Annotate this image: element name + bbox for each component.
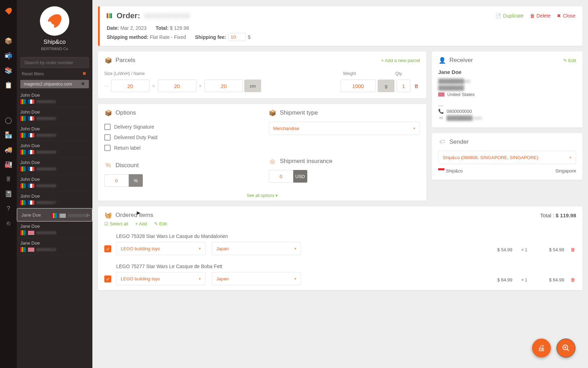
- select-all-button[interactable]: ☑ Select all: [104, 221, 128, 226]
- filter-tag-x-icon[interactable]: ✖: [80, 81, 86, 86]
- nav-inbox-icon[interactable]: 📦: [4, 37, 13, 45]
- ddp-checkbox[interactable]: Delivered Duty Paid: [104, 132, 256, 143]
- basket-icon: 🧺: [104, 211, 112, 219]
- main: Order: 0000000000 📄 Duplicate 🗑 Delete ✖…: [92, 0, 588, 368]
- order-number-masked: 0000000000: [144, 12, 190, 20]
- search-input[interactable]: [20, 57, 89, 68]
- item-checkbox[interactable]: ✓: [104, 245, 111, 252]
- discount-input[interactable]: [104, 174, 129, 187]
- chevron-down-icon: ▾: [569, 155, 572, 160]
- nav-stack-icon[interactable]: 📚: [4, 66, 13, 75]
- item-row: ✓ LEGO 75277 Star Wars Le Casque de Boba…: [98, 260, 582, 290]
- order-list-item[interactable]: John Doe00000003: [17, 124, 92, 141]
- shipment-type-select[interactable]: Merchandise▾: [269, 122, 420, 135]
- dim-w-input[interactable]: [158, 80, 196, 92]
- edit-receiver-button[interactable]: ✎ Edit: [563, 58, 576, 63]
- discount-unit[interactable]: %: [129, 174, 143, 187]
- items-card: 🧺Ordered items Total : $ 119.98 ☑ Select…: [98, 206, 582, 290]
- order-header: Order: 0000000000 📄 Duplicate 🗑 Delete ✖…: [98, 6, 582, 46]
- insurance-unit[interactable]: USD: [293, 170, 307, 183]
- chevron-down-icon: ▾: [413, 126, 415, 131]
- return-label-checkbox[interactable]: Return label: [104, 143, 256, 153]
- rate-fab[interactable]: [556, 339, 575, 357]
- nav-book-icon[interactable]: 📓: [4, 190, 13, 198]
- discount-icon: %: [104, 162, 112, 169]
- sender-card: 🏷Sender Ship&co (068808, SINGAPORE, SING…: [432, 133, 582, 180]
- see-all-options[interactable]: See all options ▾: [98, 190, 426, 201]
- qty-input[interactable]: [397, 80, 411, 92]
- sender-select[interactable]: Ship&co (068808, SINGAPORE, SINGAPORE)▾: [438, 151, 576, 164]
- order-list-item[interactable]: Jane Doe00000010: [17, 238, 92, 255]
- add-parcel-button[interactable]: + Add a new parcel: [381, 58, 420, 63]
- parcels-card: 📦Parcels + Add a new parcel Size (LxWxH)…: [98, 52, 426, 98]
- order-list-item[interactable]: John Doe00000007: [17, 191, 92, 208]
- parcel-icon: 📦: [104, 56, 112, 64]
- receiver-icon: 👤: [438, 56, 446, 64]
- item-category-select[interactable]: LEGO building toys▾: [116, 272, 205, 285]
- order-list-item[interactable]: John Doe00000001: [17, 90, 92, 107]
- brand-logo: [40, 6, 69, 36]
- nav-logout-icon[interactable]: ⎋: [4, 219, 13, 227]
- dim-unit[interactable]: cm: [244, 80, 261, 92]
- sender-icon: 🏷: [438, 138, 446, 146]
- weight-unit[interactable]: g: [378, 80, 394, 92]
- nav-orders-icon[interactable]: 📬: [4, 52, 13, 60]
- item-delete-icon[interactable]: 🗑: [569, 277, 576, 282]
- duplicate-button[interactable]: 📄 Duplicate: [495, 13, 523, 19]
- edit-items-button[interactable]: ✎ Edit: [154, 221, 167, 226]
- order-list-item[interactable]: John Doe00000005: [17, 158, 92, 175]
- options-icon: 📦: [104, 109, 112, 117]
- order-list-item[interactable]: John Doe00000004: [17, 141, 92, 158]
- sidebar: Ship&co BERTRAND Co Reset filters ✖ mage…: [17, 0, 92, 368]
- nav-user-icon[interactable]: ◯: [4, 116, 13, 124]
- order-title-label: Order:: [117, 11, 140, 20]
- options-card: 📦Options Delivery Signature Delivered Du…: [98, 104, 426, 201]
- order-list: John Doe00000001John Doe00000002John Doe…: [17, 90, 92, 255]
- receiver-card: 👤Receiver ✎ Edit Jane Doe ████████ettt █…: [432, 52, 582, 128]
- item-checkbox[interactable]: ✓: [104, 275, 111, 282]
- insurance-icon: ◎: [269, 157, 276, 165]
- nav-rail: 📦 📬 📚 📋 ◯ 🏪 🚚 🏭 🎚 📓 ? ⎋: [0, 0, 17, 368]
- dim-h-input[interactable]: [204, 80, 243, 92]
- email-icon: ✉: [438, 115, 444, 121]
- close-button[interactable]: ✖ Close: [557, 13, 575, 19]
- weight-input[interactable]: [341, 80, 376, 92]
- nav-store-icon[interactable]: 🏪: [4, 131, 13, 139]
- item-origin-select[interactable]: Japan▾: [212, 272, 301, 285]
- flag-icon: [438, 93, 444, 97]
- nav-warehouse-icon[interactable]: 🏭: [4, 160, 13, 169]
- receiver-name: Jane Doe: [438, 69, 576, 75]
- filter-tag[interactable]: magento2.shipandco.com ✖: [20, 80, 89, 88]
- brand-sub: BERTRAND Co: [20, 47, 89, 51]
- nav-help-icon[interactable]: ?: [4, 204, 13, 213]
- nav-sliders-icon[interactable]: 🎚: [4, 175, 13, 183]
- phone-icon: 📞: [438, 109, 444, 114]
- delete-button[interactable]: 🗑 Delete: [530, 13, 551, 19]
- dim-l-input[interactable]: [111, 80, 149, 92]
- order-list-item[interactable]: John Doe00000002: [17, 107, 92, 124]
- reset-filters[interactable]: Reset filters ✖: [17, 69, 92, 79]
- order-list-item[interactable]: John Doe00000006: [17, 175, 92, 191]
- delivery-signature-checkbox[interactable]: Delivery Signature: [104, 122, 256, 132]
- rocket-icon: [4, 6, 13, 17]
- item-category-select[interactable]: LEGO building toys▾: [116, 242, 205, 255]
- brand-name: Ship&co: [20, 39, 89, 46]
- print-fab[interactable]: 🖨: [532, 339, 551, 357]
- add-item-button[interactable]: + Add: [135, 221, 147, 226]
- flag-icon: [438, 168, 444, 172]
- nav-truck-icon[interactable]: 🚚: [4, 145, 13, 154]
- parcel-delete-icon[interactable]: 🗑: [413, 83, 420, 89]
- nav-clipboard-icon[interactable]: 📋: [4, 81, 13, 89]
- item-origin-select[interactable]: Japan▾: [212, 242, 301, 255]
- reset-filters-x-icon[interactable]: ✖: [81, 71, 88, 76]
- order-list-item[interactable]: Jane Doe00000009: [17, 222, 92, 238]
- insurance-input[interactable]: [269, 170, 293, 183]
- item-row: ✓ LEGO 75328 Star Wars Le Casque du Mand…: [98, 230, 582, 260]
- shipping-fee-input[interactable]: [228, 33, 246, 41]
- shipment-type-icon: 📦: [269, 109, 276, 117]
- order-list-item[interactable]: Jane Doe00000008▷: [17, 208, 92, 222]
- store-icon: [107, 11, 112, 20]
- brand: Ship&co BERTRAND Co: [17, 0, 92, 54]
- item-delete-icon[interactable]: 🗑: [569, 247, 576, 252]
